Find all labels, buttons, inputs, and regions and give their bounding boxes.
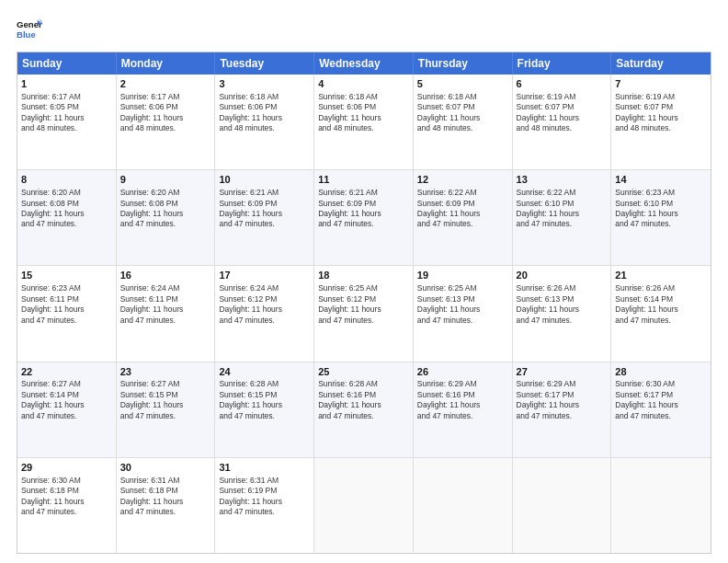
day-cell-7: 7Sunrise: 6:19 AMSunset: 6:07 PMDaylight… (611, 75, 711, 169)
header-day-wednesday: Wednesday (314, 52, 414, 75)
day-info-line: Sunset: 6:07 PM (417, 102, 508, 112)
day-info-line: Sunset: 6:10 PM (615, 199, 707, 209)
day-info-line: Sunset: 6:17 PM (615, 390, 707, 400)
day-number: 9 (120, 173, 211, 187)
day-cell-17: 17Sunrise: 6:24 AMSunset: 6:12 PMDayligh… (215, 266, 314, 361)
day-info-line: Sunrise: 6:18 AM (219, 92, 310, 102)
day-cell-18: 18Sunrise: 6:25 AMSunset: 6:12 PMDayligh… (314, 266, 414, 361)
day-info-line: and 48 minutes. (318, 123, 409, 133)
day-info-line: Sunrise: 6:26 AM (517, 283, 608, 293)
day-info-line: Daylight: 11 hours (615, 209, 707, 219)
day-info-line: and 47 minutes. (21, 411, 112, 421)
day-info-line: Sunset: 6:16 PM (417, 390, 508, 400)
day-info-line: Daylight: 11 hours (318, 400, 409, 410)
day-info-line: Sunset: 6:11 PM (21, 294, 112, 304)
day-info-line: Daylight: 11 hours (120, 400, 211, 410)
day-info-line: Sunrise: 6:29 AM (517, 379, 608, 389)
day-cell-6: 6Sunrise: 6:19 AMSunset: 6:07 PMDaylight… (513, 75, 612, 169)
day-cell-4: 4Sunrise: 6:18 AMSunset: 6:06 PMDaylight… (314, 75, 414, 169)
day-cell-25: 25Sunrise: 6:28 AMSunset: 6:16 PMDayligh… (314, 362, 414, 457)
day-info-line: Sunset: 6:19 PM (219, 486, 310, 496)
day-number: 23 (120, 365, 211, 379)
day-info-line: Sunset: 6:15 PM (219, 390, 310, 400)
day-info-line: and 48 minutes. (219, 123, 310, 133)
day-cell-9: 9Sunrise: 6:20 AMSunset: 6:08 PMDaylight… (117, 170, 216, 265)
day-info-line: Daylight: 11 hours (417, 400, 508, 410)
day-info-line: and 47 minutes. (517, 316, 608, 326)
day-info-line: and 47 minutes. (219, 219, 310, 229)
day-info-line: and 47 minutes. (417, 316, 508, 326)
day-number: 6 (517, 77, 608, 91)
day-info-line: and 47 minutes. (21, 219, 112, 229)
day-cell-28: 28Sunrise: 6:30 AMSunset: 6:17 PMDayligh… (611, 362, 711, 457)
day-info-line: and 47 minutes. (615, 411, 707, 421)
day-info-line: Daylight: 11 hours (21, 113, 112, 123)
day-number: 14 (615, 173, 707, 187)
day-info-line: and 47 minutes. (318, 219, 409, 229)
day-info-line: Sunset: 6:14 PM (615, 294, 707, 304)
day-number: 20 (517, 269, 608, 282)
day-info-line: Sunrise: 6:21 AM (219, 188, 310, 198)
day-number: 5 (417, 77, 508, 91)
calendar-row-5: 29Sunrise: 6:30 AMSunset: 6:18 PMDayligh… (17, 457, 711, 553)
day-number: 8 (21, 173, 112, 187)
day-info-line: Sunset: 6:10 PM (517, 199, 608, 209)
calendar: SundayMondayTuesdayWednesdayThursdayFrid… (17, 52, 711, 554)
day-info-line: Daylight: 11 hours (219, 209, 310, 219)
day-info-line: Daylight: 11 hours (219, 304, 310, 315)
logo-icon: General Blue (17, 17, 42, 42)
day-number: 22 (21, 365, 112, 379)
day-info-line: Sunset: 6:08 PM (120, 199, 211, 209)
day-cell-empty-4-4 (414, 458, 513, 553)
day-info-line: Sunset: 6:11 PM (120, 294, 211, 304)
day-cell-8: 8Sunrise: 6:20 AMSunset: 6:08 PMDaylight… (17, 170, 117, 265)
day-cell-empty-4-3 (314, 458, 414, 553)
day-info-line: Sunset: 6:06 PM (219, 102, 310, 112)
day-info-line: and 47 minutes. (517, 219, 608, 229)
day-info-line: and 47 minutes. (21, 507, 112, 517)
day-info-line: Sunrise: 6:28 AM (219, 379, 310, 389)
day-info-line: Sunset: 6:06 PM (120, 102, 211, 112)
day-number: 30 (120, 461, 211, 475)
day-info-line: and 47 minutes. (219, 507, 310, 517)
day-info-line: Daylight: 11 hours (219, 113, 310, 123)
header-day-thursday: Thursday (414, 52, 513, 75)
day-number: 21 (615, 269, 707, 282)
calendar-row-4: 22Sunrise: 6:27 AMSunset: 6:14 PMDayligh… (17, 362, 711, 457)
day-info-line: Sunset: 6:09 PM (219, 199, 310, 209)
day-info-line: Daylight: 11 hours (219, 400, 310, 410)
day-number: 24 (219, 365, 310, 379)
day-info-line: and 47 minutes. (615, 316, 707, 326)
day-info-line: Daylight: 11 hours (21, 304, 112, 315)
day-info-line: Sunset: 6:12 PM (318, 294, 409, 304)
day-info-line: Sunrise: 6:27 AM (21, 379, 112, 389)
day-info-line: Daylight: 11 hours (615, 113, 707, 123)
day-info-line: Sunset: 6:12 PM (219, 294, 310, 304)
day-info-line: and 47 minutes. (318, 316, 409, 326)
day-cell-19: 19Sunrise: 6:25 AMSunset: 6:13 PMDayligh… (414, 266, 513, 361)
day-number: 12 (417, 173, 508, 187)
day-cell-29: 29Sunrise: 6:30 AMSunset: 6:18 PMDayligh… (17, 458, 117, 553)
day-info-line: Daylight: 11 hours (615, 400, 707, 410)
day-cell-1: 1Sunrise: 6:17 AMSunset: 6:05 PMDaylight… (17, 75, 117, 169)
day-info-line: Sunrise: 6:23 AM (21, 283, 112, 293)
day-info-line: and 47 minutes. (120, 316, 211, 326)
day-info-line: and 48 minutes. (615, 123, 707, 133)
day-number: 28 (615, 365, 707, 379)
day-number: 11 (318, 173, 409, 187)
day-info-line: Sunset: 6:18 PM (120, 486, 211, 496)
day-info-line: and 47 minutes. (120, 507, 211, 517)
day-info-line: Sunset: 6:07 PM (517, 102, 608, 112)
calendar-row-2: 8Sunrise: 6:20 AMSunset: 6:08 PMDaylight… (17, 169, 711, 265)
day-info-line: Sunrise: 6:22 AM (417, 188, 508, 198)
day-cell-5: 5Sunrise: 6:18 AMSunset: 6:07 PMDaylight… (414, 75, 513, 169)
day-info-line: Daylight: 11 hours (21, 209, 112, 219)
day-info-line: Daylight: 11 hours (120, 113, 211, 123)
day-info-line: Daylight: 11 hours (318, 209, 409, 219)
day-info-line: Sunset: 6:18 PM (21, 486, 112, 496)
day-cell-22: 22Sunrise: 6:27 AMSunset: 6:14 PMDayligh… (17, 362, 117, 457)
day-info-line: Sunrise: 6:22 AM (517, 188, 608, 198)
header-day-friday: Friday (513, 52, 612, 75)
day-cell-12: 12Sunrise: 6:22 AMSunset: 6:09 PMDayligh… (414, 170, 513, 265)
day-cell-26: 26Sunrise: 6:29 AMSunset: 6:16 PMDayligh… (414, 362, 513, 457)
